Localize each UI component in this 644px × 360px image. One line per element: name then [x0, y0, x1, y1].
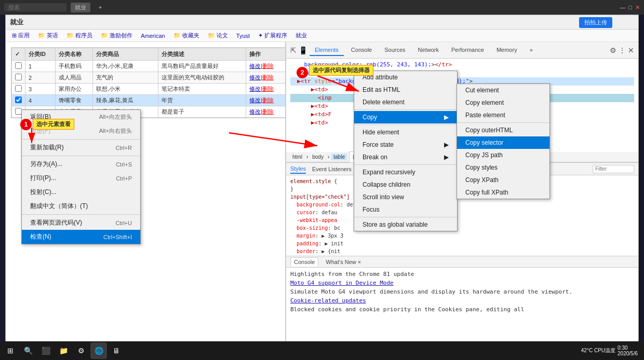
start-button[interactable]: ⊞ [2, 342, 19, 359]
dt-menu-force[interactable]: Force state▶ [354, 139, 457, 151]
close-icon[interactable]: ✕ [635, 4, 640, 11]
moto-g4-link[interactable]: Moto G4 support in Device Mode [290, 280, 394, 286]
search-button[interactable]: 🔍 [20, 342, 36, 359]
window-controls: — □ ✕ [620, 4, 640, 11]
dt-menu-expand[interactable]: Expand recursively [354, 166, 457, 178]
taskbar-search[interactable] [4, 3, 66, 11]
bookmark-extensions[interactable]: ✦ 扩展程序 [255, 31, 290, 40]
tab-console[interactable]: Console [346, 45, 377, 56]
bookmark-favorites[interactable]: 📁 收藏夹 [170, 31, 203, 40]
menu-viewsource[interactable]: 查看网页源代码(V) Ctrl+U [22, 216, 140, 230]
bookmark-tyust[interactable]: Tyust [233, 32, 253, 40]
console-highlights: Highlights from the Chrome 81 update [290, 271, 634, 278]
bookmark-inspire[interactable]: 📁 激励创作 [98, 31, 136, 40]
tab-sources[interactable]: Sources [379, 45, 410, 56]
edit-link-4[interactable]: 修改 [249, 97, 261, 103]
dt-menu-hide[interactable]: Hide element [354, 126, 457, 139]
delete-link-4[interactable]: 删除 [262, 97, 274, 103]
menu-saveas[interactable]: 另存为(A)... Ctrl+S [22, 157, 140, 171]
delete-link-3[interactable]: 删除 [262, 86, 274, 92]
settings-button[interactable]: ⚙ [73, 342, 89, 359]
tab-jiye[interactable]: 就业 [71, 3, 90, 12]
cookie-link[interactable]: Cookie-related updates [290, 297, 366, 304]
submenu-paste-element[interactable]: Paste element [457, 109, 549, 121]
dt-menu-copy[interactable]: Copy ▶ [354, 111, 457, 123]
submenu-copy-full-xpath[interactable]: Copy full XPath [457, 186, 549, 199]
devtools-close-icon[interactable]: ✕ [628, 46, 634, 54]
files-button[interactable]: 📁 [55, 342, 72, 359]
bookmark-programmer[interactable]: 📁 程序员 [63, 31, 96, 40]
dt-menu-scroll[interactable]: Scroll into view [354, 191, 457, 203]
menu-inspect[interactable]: 检查(N) Ctrl+Shift+I [22, 230, 140, 244]
edit-link-3[interactable]: 修改 [249, 86, 261, 92]
menu-reload[interactable]: 重新加载(R) Ctrl+R [22, 141, 140, 155]
col-desc: 分类描述 [158, 48, 246, 61]
edit-link-5[interactable]: 修改 [249, 108, 261, 115]
delete-link-1[interactable]: 删除 [262, 63, 274, 69]
taskview-button[interactable]: ⬛ [37, 342, 54, 359]
minimize-icon[interactable]: — [620, 4, 625, 11]
styles-filter-input[interactable] [593, 165, 634, 173]
tab-memory[interactable]: Memory [491, 45, 522, 56]
tab-network[interactable]: Network [413, 45, 444, 56]
delete-link-5[interactable]: 删除 [262, 108, 274, 115]
devtools-pointer-icon[interactable]: ⇱ [290, 46, 297, 54]
monitor-icon[interactable]: 🖥 [108, 342, 125, 359]
menu-cast[interactable]: 投射(C)... [22, 185, 140, 199]
submenu-copy-selector[interactable]: Copy selector [457, 136, 549, 149]
submenu-copy-xpath[interactable]: Copy XPath [457, 174, 549, 186]
console-tab[interactable]: Console [290, 257, 318, 266]
devtools-more-icon[interactable]: ⋮ [619, 46, 626, 54]
submenu-copy-styles[interactable]: Copy styles [457, 161, 549, 174]
menu-translate[interactable]: 翻成中文（简体）(T) [22, 199, 140, 213]
edit-link-2[interactable]: 修改 [249, 74, 261, 80]
submenu-copy-outerhtml[interactable]: Copy outerHTML [457, 124, 549, 136]
console-moto-desc: Simulate Moto G4 viewport dimensions and… [290, 288, 634, 295]
table-row: 1 手机数码 华为,小米,尼康 黑马数码产品质量最好 修改|删除 [12, 61, 286, 72]
row-checkbox-2[interactable] [15, 74, 22, 80]
edit-link-1[interactable]: 修改 [249, 63, 261, 69]
data-table-container: ✓ 分类ID 分类名称 分类商品 分类描述 操作 1 手机数码 华为,小米,尼康 [11, 47, 286, 118]
menu-inspect-label: 检查(N) [30, 232, 51, 241]
tab-performance[interactable]: Performance [446, 45, 489, 56]
row-checkbox-1[interactable] [15, 62, 22, 69]
cell-products: 华为,小米,尼康 [93, 61, 158, 72]
bookmark-paper[interactable]: 📁 论文 [205, 31, 231, 40]
tab-elements[interactable]: Elements [310, 45, 344, 56]
row-checkbox-4[interactable] [15, 96, 22, 103]
tab-event-listeners[interactable]: Event Listeners [312, 165, 352, 173]
bookmark-apps[interactable]: ⊞ 应用 [9, 31, 33, 40]
submenu-copy-element[interactable]: Copy element [457, 96, 549, 109]
html-td-3: ▶<td>F [311, 111, 332, 118]
dt-menu-global-var[interactable]: Store as global variable [354, 218, 457, 231]
upload-button[interactable]: 拍拍上传 [579, 17, 612, 28]
whats-new-tab[interactable]: What's New × [323, 258, 364, 266]
menu-print[interactable]: 打印(P)... Ctrl+P [22, 171, 140, 185]
delete-link-2[interactable]: 删除 [262, 74, 274, 80]
submenu-cut-element[interactable]: Cut element [457, 84, 549, 96]
breadcrumb-table[interactable]: table [331, 154, 347, 160]
maximize-icon[interactable]: □ [628, 4, 632, 11]
browser-icon[interactable]: 🌐 [90, 342, 107, 359]
dt-menu-focus[interactable]: Focus [354, 203, 457, 216]
breadcrumb-html[interactable]: html [290, 154, 304, 160]
submenu-copy-js-path[interactable]: Copy JS path [457, 149, 549, 161]
devtools-panel: ⇱ 📱 Elements Console Sources Network Per… [285, 42, 638, 356]
bookmark-american[interactable]: American [138, 32, 168, 40]
dt-menu-delete[interactable]: Delete element [354, 96, 457, 108]
tab-styles[interactable]: Styles [290, 164, 306, 174]
dt-menu-edit-html[interactable]: Edit as HTML [354, 84, 457, 96]
bookmark-employment[interactable]: 就业 [292, 31, 310, 40]
employment-title: 就业 [10, 18, 23, 27]
breadcrumb-body[interactable]: body [310, 154, 326, 160]
devtools-settings-icon[interactable]: ⚙ [610, 46, 616, 54]
dt-menu-break[interactable]: Break on▶ [354, 151, 457, 163]
bookmark-english[interactable]: 📁 英语 [35, 31, 61, 40]
row-checkbox-3[interactable] [15, 85, 22, 92]
tab-new[interactable]: + [95, 3, 106, 11]
dt-menu-collapse[interactable]: Collapse children [354, 178, 457, 191]
cell-products: 充气的 [93, 72, 158, 84]
tab-more[interactable]: » [525, 45, 538, 56]
col-products: 分类商品 [93, 48, 158, 61]
devtools-device-icon[interactable]: 📱 [299, 46, 307, 54]
